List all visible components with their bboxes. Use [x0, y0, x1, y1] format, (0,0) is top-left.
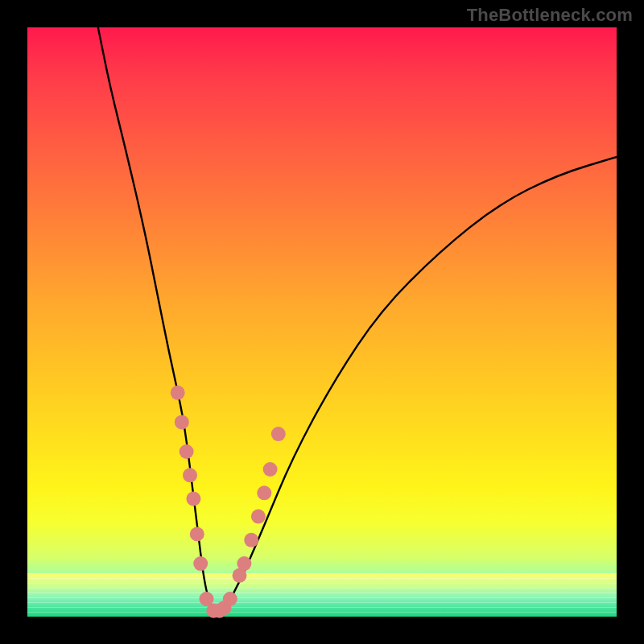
marker-dot	[186, 492, 200, 506]
marker-dot	[251, 510, 266, 524]
plot-area	[27, 27, 617, 617]
marker-dot	[171, 386, 185, 400]
bottleneck-curve-path	[98, 27, 617, 611]
marker-dot	[175, 415, 189, 429]
marker-dot	[223, 592, 237, 606]
marker-dot	[257, 485, 271, 500]
marker-dot	[183, 468, 197, 482]
watermark-text: TheBottleneck.com	[467, 5, 633, 26]
chart-frame: TheBottleneck.com	[0, 0, 644, 644]
marker-dot	[263, 462, 278, 477]
bottleneck-curve	[98, 27, 617, 611]
highlighted-points	[171, 386, 286, 618]
marker-dot	[190, 527, 204, 542]
marker-dot	[244, 533, 258, 547]
marker-dot	[271, 427, 286, 441]
marker-dot	[193, 556, 208, 571]
curve-layer	[27, 27, 617, 617]
marker-dot	[180, 444, 194, 459]
marker-dot	[237, 556, 251, 571]
